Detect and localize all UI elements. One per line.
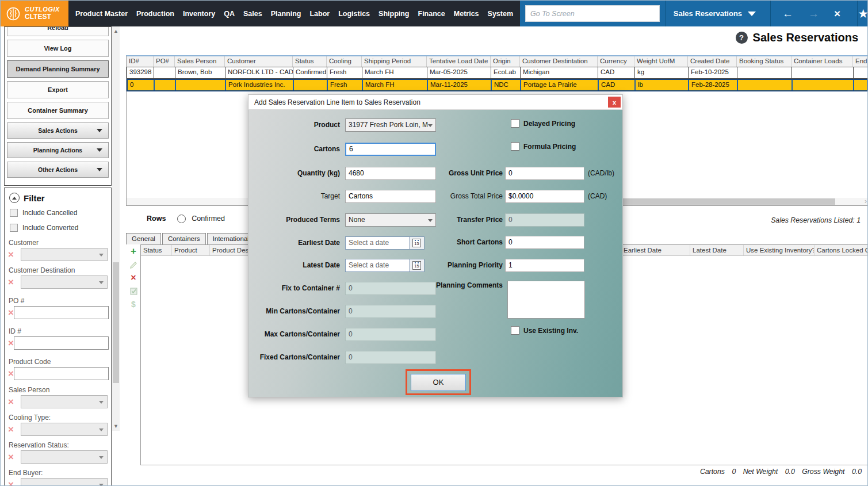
planning-priority-input[interactable] (505, 259, 584, 272)
column-header[interactable]: Container Loads (791, 56, 853, 67)
nav-item-sales[interactable]: Sales (243, 10, 262, 18)
table-cell[interactable]: Mar-11-2025 (428, 80, 492, 90)
table-row[interactable]: 393298 Brown, Bob NORFOLK LTD - CAD Conf… (127, 67, 868, 79)
column-header[interactable]: Weight UofM (634, 56, 688, 67)
other-actions-dropdown[interactable]: Other Actions (7, 162, 109, 178)
column-header[interactable]: Booking Status (737, 56, 791, 67)
nav-item-labor[interactable]: Labor (309, 10, 330, 18)
scrollbar-thumb[interactable] (113, 262, 119, 383)
column-header[interactable]: Created Date (688, 56, 737, 67)
earliest-date-input[interactable] (346, 237, 409, 249)
collapse-filter-icon[interactable] (9, 193, 20, 203)
column-header[interactable]: Shipping Period (362, 56, 427, 67)
clear-filter-icon[interactable]: × (8, 396, 21, 408)
table-cell[interactable]: NORFOLK LTD - CAD (225, 67, 293, 78)
table-cell[interactable] (854, 67, 868, 78)
table-cell[interactable]: Fresh (327, 67, 362, 78)
include-cancelled-checkbox[interactable]: Include Cancelled (10, 209, 108, 217)
table-cell[interactable] (738, 80, 793, 90)
column-header[interactable]: Cooling (327, 56, 362, 67)
end-buyer-filter-select[interactable] (21, 478, 108, 486)
tab-general[interactable]: General (126, 233, 161, 244)
column-header[interactable]: Status (293, 56, 327, 67)
clear-filter-icon[interactable]: × (8, 479, 21, 486)
calendar-icon[interactable]: 15 (409, 259, 424, 271)
nav-item-system[interactable]: System (488, 10, 513, 18)
column-header[interactable]: PO# (154, 56, 175, 67)
reservation-status-filter-select[interactable] (21, 450, 108, 464)
help-icon[interactable]: ? (736, 32, 748, 44)
gross-unit-price-input[interactable] (505, 167, 584, 180)
nav-item-qa[interactable]: QA (224, 10, 235, 18)
table-cell[interactable] (854, 80, 868, 90)
table-cell[interactable] (792, 67, 854, 78)
table-cell[interactable] (154, 67, 175, 78)
column-header[interactable]: Latest Date (690, 245, 744, 255)
back-icon[interactable]: ← (782, 8, 793, 19)
table-cell[interactable]: 393298 (127, 67, 154, 78)
table-cell[interactable]: 0 (128, 80, 155, 90)
table-cell[interactable]: Portage La Prairie (521, 80, 599, 90)
latest-date-input[interactable] (346, 259, 409, 271)
customer-destination-filter-select[interactable] (21, 275, 108, 289)
table-cell[interactable]: Pork Industries Inc. (226, 80, 294, 90)
table-cell[interactable]: Feb-28-2025 (689, 80, 738, 90)
scroll-up-icon[interactable]: ▲ (112, 26, 120, 36)
product-code-filter-input[interactable] (14, 367, 109, 380)
view-log-button[interactable]: View Log (7, 40, 109, 57)
formula-pricing-checkbox[interactable]: Formula Pricing (511, 142, 576, 151)
table-cell[interactable]: March FH (363, 80, 428, 90)
screen-selector-dropdown[interactable]: Sales Reservations (666, 1, 765, 26)
app-logo[interactable]: CUTLOGIX CLTEST (1, 1, 68, 26)
nav-item-planning[interactable]: Planning (271, 10, 301, 18)
close-screen-icon[interactable]: × (834, 8, 840, 19)
table-cell[interactable]: Michigan (521, 67, 598, 78)
table-cell[interactable]: lb (636, 80, 689, 90)
planning-comments-textarea[interactable] (507, 281, 585, 319)
nav-item-product-master[interactable]: Product Master (75, 10, 128, 18)
confirmed-radio[interactable] (177, 215, 186, 223)
favorite-star-icon[interactable]: ★ (858, 7, 868, 21)
table-cell[interactable] (793, 80, 854, 90)
demand-planning-summary-button[interactable]: Demand Planning Summary (7, 60, 109, 78)
cartons-input[interactable] (345, 143, 436, 156)
column-header[interactable]: Status (141, 245, 172, 255)
column-header[interactable]: Use Existing Inventory? (744, 245, 815, 255)
target-input[interactable] (345, 190, 436, 203)
delayed-pricing-checkbox[interactable]: Delayed Pricing (511, 119, 575, 128)
table-cell[interactable] (294, 80, 328, 90)
column-header[interactable]: Tentative Load Date (427, 56, 491, 67)
table-cell[interactable]: Fresh (328, 80, 363, 90)
clear-filter-icon[interactable]: × (8, 276, 21, 289)
nav-item-inventory[interactable]: Inventory (183, 10, 215, 18)
clear-filter-icon[interactable]: × (8, 423, 21, 436)
table-cell[interactable] (737, 67, 792, 78)
clear-filter-icon[interactable]: × (8, 337, 14, 350)
use-existing-inv-checkbox[interactable]: Use Existing Inv. (511, 326, 578, 335)
delete-line-icon[interactable]: × (129, 273, 138, 282)
table-cell[interactable]: Feb-10-2025 (689, 67, 737, 78)
nav-item-logistics[interactable]: Logistics (338, 10, 370, 18)
add-line-icon[interactable]: + (129, 247, 138, 256)
clear-filter-icon[interactable]: × (8, 368, 14, 380)
sales-actions-dropdown[interactable]: Sales Actions (7, 123, 109, 139)
column-header[interactable]: Sales Person (175, 56, 225, 67)
tab-containers[interactable]: Containers (162, 233, 206, 244)
table-cell[interactable]: Brown, Bob (175, 67, 225, 78)
reload-button[interactable]: Reload (7, 26, 109, 36)
table-cell[interactable]: EcoLab (491, 67, 521, 78)
column-header[interactable]: Currency (598, 56, 634, 67)
export-button[interactable]: Export (7, 81, 109, 98)
go-to-screen-input[interactable] (525, 5, 660, 22)
price-line-icon[interactable]: $ (129, 300, 138, 309)
table-cell[interactable]: March FH (362, 67, 427, 78)
column-header[interactable]: End Buyer (853, 56, 868, 67)
confirm-line-icon[interactable] (129, 286, 138, 296)
calendar-icon[interactable]: 15 (409, 237, 424, 249)
table-cell[interactable] (155, 80, 176, 90)
quantity-input[interactable] (345, 167, 436, 180)
nav-item-finance[interactable]: Finance (418, 10, 445, 18)
table-cell[interactable]: CAD (599, 80, 636, 90)
column-header[interactable]: ID# (127, 56, 154, 67)
customer-filter-select[interactable] (21, 248, 108, 261)
